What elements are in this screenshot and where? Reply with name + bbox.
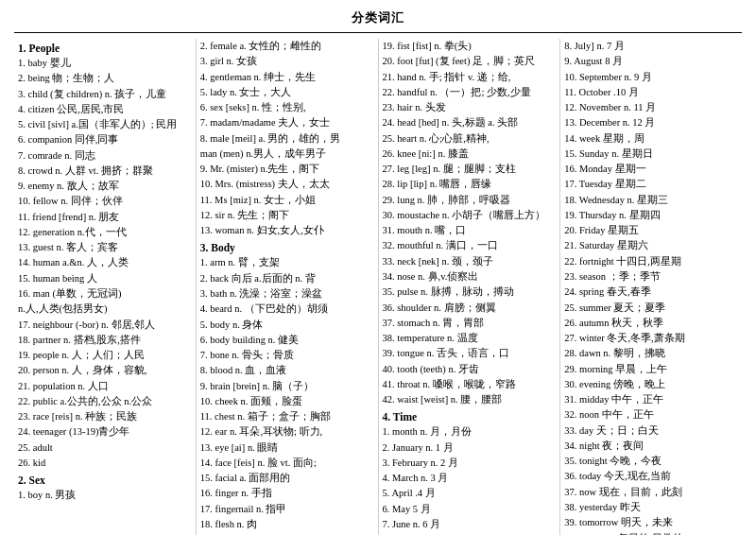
list-item: 28. lip [lip] n. 嘴唇，唇缘 <box>383 177 557 192</box>
list-item: 6. body building n. 健美 <box>200 333 374 348</box>
list-item: 7. June n. 6 月 <box>383 517 557 532</box>
list-item: 9. brain [brein] n. 脑（子） <box>200 379 374 394</box>
list-item: 40. everyday 每日的,日常的 <box>564 531 738 536</box>
list-item: 13. guest n. 客人；宾客 <box>18 240 192 255</box>
list-item: 16. Monday 星期一 <box>564 162 738 177</box>
list-item: 6. May 5 月 <box>383 502 557 517</box>
list-item: 23. hair n. 头发 <box>383 100 557 115</box>
list-item: 24. head [hed] n. 头,标题 a. 头部 <box>383 115 557 130</box>
list-item: 35. pulse n. 脉搏，脉动，搏动 <box>383 285 557 300</box>
list-item: 34. nose n. 鼻,v.侦察出 <box>383 269 557 285</box>
list-item: 1. boy n. 男孩 <box>18 488 192 503</box>
list-item: 19. people n. 人；人们；人民 <box>18 348 192 363</box>
list-item: 11. October .10 月 <box>564 85 738 100</box>
list-item: 30. evening 傍晚，晚上 <box>564 377 738 392</box>
column-4: 8. July] n. 7 月9. August 8 月10. Septembe… <box>560 39 742 535</box>
column-3: 19. fist [fist] n. 拳(头)20. foot [fut] (复… <box>379 39 561 535</box>
section-title-1-2: 2. Sex <box>18 475 192 486</box>
list-item: 10. fellow n. 同伴；伙伴 <box>18 194 192 209</box>
column-2: 2. female a. 女性的；雌性的3. girl n. 女孩4. gent… <box>197 39 379 535</box>
list-item: 5. lady n. 女士，大人 <box>200 85 374 100</box>
list-item: 25. adult <box>18 440 192 456</box>
list-item: 2. being 物；生物；人 <box>18 71 192 86</box>
list-item: 5. civil [sivl] a.国（非军人的）; 民用 <box>18 117 192 132</box>
list-item: 17. Tuesday 星期二 <box>564 177 738 192</box>
list-item: 42. waist [weist] n. 腰，腰部 <box>383 392 557 407</box>
list-item: 11. Ms [miz] n. 女士，小姐 <box>200 193 374 208</box>
list-item: 27. winter 冬天,冬季,萧条期 <box>564 331 738 346</box>
list-item: 26. kid <box>18 456 192 471</box>
list-item: 3. girl n. 女孩 <box>200 54 374 69</box>
list-item: 40. tooth (teeth) n. 牙齿 <box>383 362 557 377</box>
list-item: 28. dawn n. 黎明，拂晓 <box>564 346 738 361</box>
list-item: 17. neighbour (-bor) n. 邻居,邻人 <box>18 318 192 333</box>
list-item: 30. moustache n. 小胡子（嘴唇上方） <box>383 208 557 223</box>
section-title-3-2: 4. Time <box>383 411 557 423</box>
list-item: 19. fist [fist] n. 拳(头) <box>383 39 557 54</box>
list-item: 38. temperature n. 温度 <box>383 331 557 346</box>
list-item: 7. madam/madame 夫人，女士 <box>200 115 374 130</box>
list-item: 10. September n. 9 月 <box>564 70 738 85</box>
list-item: 14. face [feis] n. 脸 vt. 面向; <box>200 456 374 471</box>
list-item: 8. crowd n. 人群 vt. 拥挤；群聚 <box>18 164 192 179</box>
list-item: 21. population n. 人口 <box>18 379 192 394</box>
list-item: 29. lung n. 肺，肺部，呼吸器 <box>383 193 557 208</box>
list-item: 12. ear n. 耳朵,耳状物; 听力, <box>200 424 374 440</box>
list-item: 18. Wednesday n. 星期三 <box>564 193 738 208</box>
list-item: 39. tongue n. 舌头，语言，口 <box>383 346 557 361</box>
list-item: 1. arm n. 臂，支架 <box>200 255 374 270</box>
list-item: 3. child (复 children) n. 孩子，儿童 <box>18 87 192 102</box>
list-item: 29. morning 早晨，上午 <box>564 362 738 377</box>
list-item: 8. blood n. 血，血液 <box>200 363 374 378</box>
list-item: 14. week 星期，周 <box>564 131 738 147</box>
list-item: 36. shoulder n. 肩膀；侧翼 <box>383 301 557 316</box>
list-item: 4. beard n. （下巴处的）胡须 <box>200 302 374 317</box>
list-item: 1. baby 婴儿 <box>18 56 192 71</box>
list-item: 12. generation n.代，一代 <box>18 225 192 240</box>
list-item: 7. bone n. 骨头；骨质 <box>200 348 374 363</box>
list-item: 26. knee [ni:] n. 膝盖 <box>383 147 557 162</box>
list-item: 36. today 今天,现在,当前 <box>564 469 738 484</box>
list-item: 33. neck [nek] n. 颈，颈子 <box>383 254 557 269</box>
list-item: 19. Thursday n. 星期四 <box>564 208 738 223</box>
list-item: 17. fingernail n. 指甲 <box>200 502 374 517</box>
section-title-1-1: 1. People <box>18 43 192 54</box>
list-item: 4. March n. 3 月 <box>383 471 557 486</box>
list-item: 8. July] n. 7 月 <box>564 39 738 54</box>
list-item: 27. leg [leg] n. 腿；腿脚；支柱 <box>383 162 557 177</box>
list-item: 3. February n. 2 月 <box>383 456 557 471</box>
list-item: 15. Sunday n. 星期日 <box>564 147 738 162</box>
list-item: 3. bath n. 洗澡；浴室；澡盆 <box>200 286 374 302</box>
list-item: 32. noon 中午，正午 <box>564 407 738 423</box>
list-item: 41. throat n. 嗓喉，喉咙，窄路 <box>383 377 557 392</box>
list-item: 25. heart n. 心;心脏,精神, <box>383 131 557 147</box>
list-item: 2. female a. 女性的；雌性的 <box>200 39 374 54</box>
title-divider <box>14 32 742 33</box>
list-item: 11. chest n. 箱子；盒子；胸部 <box>200 409 374 424</box>
list-item: 15. facial a. 面部用的 <box>200 471 374 486</box>
list-item: 8. male [meil] a. 男的，雄的，男 <box>200 131 374 147</box>
list-item: 39. tomorrow 明天，未来 <box>564 515 738 530</box>
list-item: 15. human being 人 <box>18 271 192 286</box>
list-item: 22. public a.公共的,公众 n.公众 <box>18 394 192 409</box>
section-title-2-2: 3. Body <box>200 242 374 253</box>
list-item: 5. body n. 身体 <box>200 318 374 333</box>
list-item: 5. April .4 月 <box>383 486 557 501</box>
list-item: 23. season ；季；季节 <box>564 269 738 285</box>
list-item: 9. Mr. (mister) n.先生，阁下 <box>200 162 374 177</box>
list-item: 20. Friday 星期五 <box>564 223 738 238</box>
list-item: n.人,人类(包括男女) <box>18 302 192 317</box>
list-item: 16. finger n. 手指 <box>200 486 374 501</box>
list-item: 9. enemy n. 敌人；故军 <box>18 179 192 194</box>
list-item: 20. person n. 人，身体，容貌, <box>18 363 192 378</box>
list-item: 31. mouth n. 嘴，口 <box>383 223 557 238</box>
column-1: 1. People1. baby 婴儿2. being 物；生物；人3. chi… <box>14 39 197 535</box>
list-item: 32. mouthful n. 满口，一口 <box>383 238 557 253</box>
list-item: 4. citizen 公民,居民,市民 <box>18 102 192 117</box>
list-item: 12. sir n. 先生；阁下 <box>200 208 374 223</box>
list-item: 7. comrade n. 同志 <box>18 148 192 164</box>
list-item: 25. summer 夏天；夏季 <box>564 301 738 316</box>
list-item: 38. yesterday 昨天 <box>564 500 738 515</box>
list-item: 1. month n. 月，月份 <box>383 424 557 440</box>
list-item: 31. midday 中午，正午 <box>564 392 738 407</box>
